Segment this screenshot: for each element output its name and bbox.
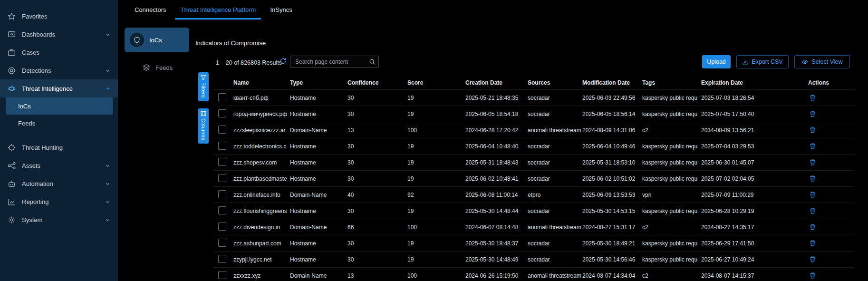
sidebar-label: Threat Hunting — [22, 144, 110, 151]
cell-modification-date: 2025-05-31 18:53:10 — [582, 159, 642, 166]
sidebar-item-threat-intelligence[interactable]: Threat Intelligence — [0, 79, 118, 97]
cell-sources: anomali threatstream — [528, 127, 582, 134]
table-row[interactable]: zzypjl.lygcc.net Hostname 30 19 2025-05-… — [213, 251, 854, 267]
sidebar-item-threat-hunting[interactable]: Threat Hunting — [0, 138, 118, 156]
table-row[interactable]: zzzsleepisnicezzz.ar Domain-Name 13 100 … — [213, 122, 854, 138]
row-checkbox[interactable] — [218, 93, 226, 101]
cell-name: zzz.divendesign.in — [233, 224, 290, 231]
cell-score: 19 — [407, 159, 465, 166]
delete-row-button[interactable] — [808, 190, 817, 199]
cell-confidence: 66 — [347, 224, 407, 231]
sidebar-item-dashboards[interactable]: Dashboards — [0, 25, 118, 43]
eye-icon — [801, 58, 808, 65]
sidebar-item-reporting[interactable]: Reporting — [0, 193, 118, 211]
cell-tags: kaspersky public requ — [642, 143, 701, 150]
sidebar-item-system[interactable]: System — [0, 211, 118, 229]
network-icon — [8, 162, 16, 170]
table-row[interactable]: zzz.onlineface.info Domain-Name 40 92 20… — [213, 186, 854, 203]
delete-row-button[interactable] — [808, 142, 817, 151]
table-row[interactable]: zzxxzz.xyz Domain-Name 13 100 2024-06-26… — [213, 267, 854, 281]
filters-button[interactable]: Filters — [198, 72, 209, 101]
cell-type: Hostname — [290, 256, 347, 263]
cell-confidence: 30 — [347, 256, 407, 263]
tab-threat-intelligence-platform[interactable]: Threat Intelligence Platform — [173, 0, 263, 19]
sidebar-label: Detections — [22, 67, 99, 74]
cell-type: Hostname — [290, 111, 347, 117]
row-checkbox[interactable] — [218, 271, 226, 279]
delete-row-button[interactable] — [808, 239, 817, 248]
cell-modification-date: 2025-06-09 13:53:53 — [582, 192, 642, 198]
column-header-name[interactable]: Name — [233, 79, 290, 86]
select-view-button[interactable]: Select View — [794, 55, 850, 68]
export-csv-button[interactable]: Export CSV — [736, 55, 789, 68]
delete-row-button[interactable] — [808, 206, 817, 215]
row-checkbox[interactable] — [218, 255, 226, 263]
tab-connectors[interactable]: Connectors — [127, 0, 173, 19]
delete-row-button[interactable] — [808, 174, 817, 183]
table-row[interactable]: zzz.divendesign.in Domain-Name 66 100 20… — [213, 219, 854, 235]
delete-row-button[interactable] — [808, 271, 817, 280]
table-row[interactable]: город-мичуринск.рф Hostname 30 19 2025-0… — [213, 106, 854, 122]
subnav-feeds-button[interactable]: Feeds — [140, 61, 175, 74]
columns-button[interactable]: Columns — [198, 108, 209, 144]
table-row[interactable]: zzz.plantbasedmaste Hostname 30 19 2025-… — [213, 170, 854, 186]
sidebar-item-favorites[interactable]: Favorites — [0, 7, 118, 25]
delete-row-button[interactable] — [808, 223, 817, 232]
sidebar-item-automation[interactable]: Automation — [0, 174, 118, 193]
column-header-expiration-date[interactable]: Expiration Date — [701, 79, 789, 86]
row-checkbox[interactable] — [218, 206, 226, 214]
sidebar-item-iocs[interactable]: IoCs — [6, 97, 113, 115]
search-icon[interactable] — [369, 58, 376, 65]
table-row[interactable]: zzz.shopesv.com Hostname 30 19 2025-05-3… — [213, 154, 854, 170]
refresh-button[interactable] — [280, 58, 287, 65]
row-checkbox[interactable] — [218, 109, 226, 117]
delete-row-button[interactable] — [808, 126, 817, 135]
column-header-sources[interactable]: Sources — [528, 79, 582, 86]
delete-row-button[interactable] — [808, 109, 817, 118]
delete-row-button[interactable] — [808, 93, 817, 102]
table-row[interactable]: zzz.toddelectronics.c Hostname 30 19 202… — [213, 138, 854, 154]
sidebar-item-feeds[interactable]: Feeds — [6, 115, 113, 132]
cell-sources: socradar — [528, 143, 582, 150]
upload-button[interactable]: Upload — [702, 55, 731, 68]
row-checkbox[interactable] — [218, 126, 226, 134]
sidebar-sub-label: IoCs — [18, 103, 31, 110]
cell-tags: c2 — [642, 272, 701, 279]
delete-row-button[interactable] — [808, 255, 817, 264]
row-checkbox[interactable] — [218, 142, 226, 150]
left-sidebar: Favorites Dashboards Cases Detections Th… — [0, 0, 118, 281]
column-header-modification-date[interactable]: Modification Date — [582, 79, 642, 86]
table-row[interactable]: квант-спб.рф Hostname 30 19 2025-05-21 1… — [213, 89, 854, 106]
column-header-tags[interactable]: Tags — [642, 79, 701, 86]
sidebar-item-detections[interactable]: Detections — [0, 61, 118, 79]
sidebar-item-cases[interactable]: Cases — [0, 43, 118, 61]
row-checkbox[interactable] — [218, 223, 226, 231]
cell-sources: anomali threatstream — [528, 224, 582, 231]
cell-confidence: 30 — [347, 111, 407, 117]
row-checkbox[interactable] — [218, 158, 226, 166]
app-window: Favorites Dashboards Cases Detections Th… — [0, 0, 868, 281]
row-checkbox[interactable] — [218, 239, 226, 247]
subnav-iocs-button[interactable]: IoCs — [125, 28, 189, 52]
sidebar-item-assets[interactable]: Assets — [0, 156, 118, 174]
row-checkbox[interactable] — [218, 190, 226, 198]
delete-row-button[interactable] — [808, 158, 817, 167]
search-box[interactable] — [290, 56, 379, 68]
column-header-creation-date[interactable]: Creation Date — [465, 79, 528, 86]
column-header-actions: Actions — [789, 79, 854, 86]
cell-type: Hostname — [290, 208, 347, 214]
cell-tags: kaspersky public requ — [642, 111, 701, 117]
tab-insyncs[interactable]: InSyncs — [263, 0, 299, 19]
column-header-confidence[interactable]: Confidence — [347, 79, 407, 86]
cell-sources: etpro — [528, 192, 582, 198]
cell-type: Domain-Name — [290, 224, 347, 231]
table-row[interactable]: zzz.ashunpart.com Hostname 30 19 2025-05… — [213, 235, 854, 251]
column-header-score[interactable]: Score — [407, 79, 465, 86]
sidebar-label: Threat Intelligence — [22, 85, 99, 92]
row-checkbox[interactable] — [218, 174, 226, 182]
columns-label: Columns — [201, 118, 206, 140]
search-input[interactable] — [294, 58, 369, 66]
table-row[interactable]: zzz.flourishinggreens Hostname 30 19 202… — [213, 203, 854, 219]
sidebar-label: System — [22, 216, 99, 223]
column-header-type[interactable]: Type — [290, 79, 347, 86]
